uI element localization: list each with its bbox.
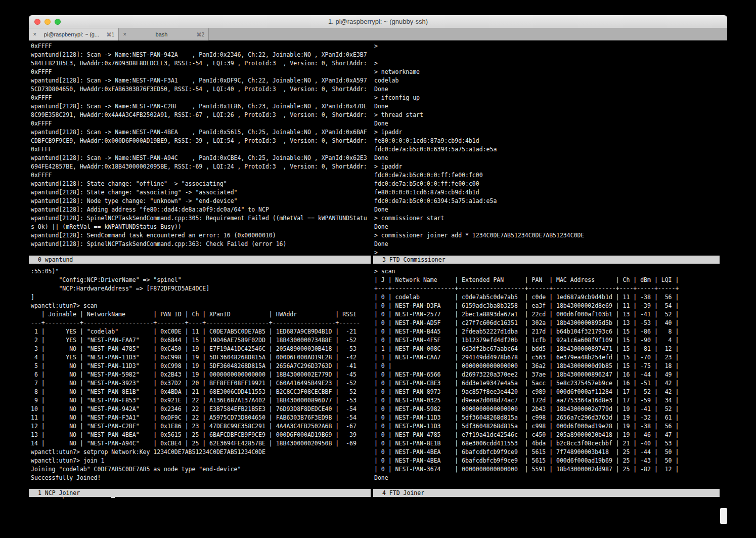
pane-status-ncp-joiner: 1 NCP Joiner [29,489,371,497]
traffic-lights [34,19,61,25]
tab-bar: ✕ pi@raspberrypi: ~ (g... ⌘1 ✕ bash ⌘2 [29,28,727,40]
pane-ftd-joiner-output[interactable]: > scan | J | Network Name | Extended PAN… [374,267,679,482]
minimize-window-button[interactable] [45,19,51,25]
terminal-content: 0xFFFF wpantund[2128]: Scan -> Name:NEST… [29,40,727,524]
scrollbar-thumb[interactable] [720,508,727,524]
pane-wpantund-output[interactable]: 0xFFFF wpantund[2128]: Scan -> Name:NEST… [31,42,367,249]
pane-ftd-commissioner-output[interactable]: > > > networkname codelab Done > ifconfi… [374,42,584,257]
pane-ncp-joiner-output[interactable]: :55:05)" "Config:NCP:DriverName" => "spi… [31,267,360,482]
window-title: 1. pi@raspberrypi: ~ (gnubby-ssh) [29,15,727,28]
window-titlebar[interactable]: 1. pi@raspberrypi: ~ (gnubby-ssh) [29,15,727,28]
terminal-window: 1. pi@raspberrypi: ~ (gnubby-ssh) ✕ pi@r… [29,15,727,524]
tab-close-icon[interactable]: ✕ [33,32,37,37]
pane-status-ftd-joiner: 4 FTD Joiner [373,489,720,497]
tab-bash[interactable]: ✕ bash ⌘2 [119,28,209,40]
tab-shortcut: ⌘2 [196,32,204,37]
tab-label: pi@raspberrypi: ~ (g... [40,31,104,37]
pane-status-ftd-commissioner: 3 FTD Commissioner [373,256,720,264]
zoom-window-button[interactable] [55,19,61,25]
tab-shortcut: ⌘1 [106,32,114,37]
pane-status-wpantund: 0 wpantund [29,256,371,264]
tab-label: bash [130,31,194,37]
tab-close-icon[interactable]: ✕ [123,32,127,37]
tab-ssh-session[interactable]: ✕ pi@raspberrypi: ~ (g... ⌘1 [29,28,119,40]
close-window-button[interactable] [34,19,40,25]
